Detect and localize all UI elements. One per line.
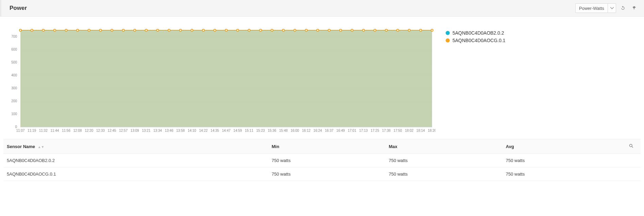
chart-marker xyxy=(248,29,250,31)
svg-text:14:35: 14:35 xyxy=(211,129,219,132)
chart-marker xyxy=(156,29,159,31)
svg-text:400: 400 xyxy=(11,73,17,77)
svg-text:14:47: 14:47 xyxy=(222,129,230,132)
svg-text:100: 100 xyxy=(11,112,17,116)
search-icon xyxy=(629,143,634,148)
metric-dropdown[interactable]: Power-Watts xyxy=(575,3,616,13)
legend-swatch xyxy=(446,31,450,35)
table-row: 5AQNB0C4D0AOB2.0.2750 watts750 watts750 … xyxy=(3,154,641,167)
svg-text:700: 700 xyxy=(11,35,17,38)
svg-text:15:36: 15:36 xyxy=(268,129,276,132)
svg-text:11:32: 11:32 xyxy=(39,129,48,132)
table-header-row: Sensor Name ▲▼ Min Max Avg xyxy=(3,139,641,154)
col-sensor-name[interactable]: Sensor Name ▲▼ xyxy=(3,139,269,154)
svg-text:12:45: 12:45 xyxy=(108,129,116,132)
svg-text:17:50: 17:50 xyxy=(394,129,402,132)
table-cell: 5AQNB0C4D0AOB2.0.2 xyxy=(3,154,269,167)
chart-marker xyxy=(294,29,296,31)
chart-marker xyxy=(122,29,125,31)
chart-marker xyxy=(374,29,376,31)
legend-item[interactable]: 5AQNB0C4D0AOCG.0.1 xyxy=(446,38,506,43)
chart-marker xyxy=(305,29,307,31)
svg-text:18:02: 18:02 xyxy=(405,129,413,132)
chart-marker xyxy=(65,29,67,31)
svg-text:12:57: 12:57 xyxy=(119,129,128,132)
svg-text:16:24: 16:24 xyxy=(313,129,322,132)
table-row: 5AQNB0C4D0AOCG.0.1750 watts750 watts750 … xyxy=(3,167,641,181)
chart-container: 010020030040050060070011:0711:1911:3211:… xyxy=(3,27,435,136)
svg-text:11:07: 11:07 xyxy=(16,129,24,132)
table-cell: 750 watts xyxy=(386,167,503,181)
dropdown-selected-label: Power-Watts xyxy=(576,4,608,13)
chart-marker xyxy=(317,29,319,31)
chart-marker xyxy=(191,29,193,31)
chart-marker xyxy=(99,29,101,31)
legend-swatch xyxy=(446,38,450,42)
svg-line-55 xyxy=(632,146,633,147)
chart-marker xyxy=(408,29,410,31)
chart-marker xyxy=(225,29,227,31)
chart-marker xyxy=(328,29,330,31)
panel-header: Power Power-Watts xyxy=(0,0,644,17)
svg-text:15:23: 15:23 xyxy=(256,129,265,132)
svg-text:11:44: 11:44 xyxy=(50,129,59,132)
chart-marker xyxy=(260,29,262,31)
svg-text:17:01: 17:01 xyxy=(348,129,356,132)
svg-text:15:48: 15:48 xyxy=(279,129,288,132)
table-cell: 5AQNB0C4D0AOCG.0.1 xyxy=(3,167,269,181)
svg-text:16:00: 16:00 xyxy=(291,129,299,132)
svg-text:13:46: 13:46 xyxy=(165,129,173,132)
col-min[interactable]: Min xyxy=(269,139,386,154)
svg-text:16:49: 16:49 xyxy=(336,129,345,132)
legend-label: 5AQNB0C4D0AOCG.0.1 xyxy=(452,38,506,43)
chart-marker xyxy=(202,29,204,31)
caret-down-icon xyxy=(608,4,616,13)
svg-text:13:21: 13:21 xyxy=(142,129,150,132)
chart-marker xyxy=(362,29,364,31)
chart-marker xyxy=(77,29,79,31)
chart-marker xyxy=(282,29,284,31)
svg-text:12:33: 12:33 xyxy=(96,129,105,132)
sensor-table-wrap: Sensor Name ▲▼ Min Max Avg 5AQNB0C4D0AOB… xyxy=(0,139,644,181)
chart-marker xyxy=(237,29,239,31)
chart-marker xyxy=(145,29,147,31)
svg-text:12:08: 12:08 xyxy=(73,129,82,132)
table-cell: 750 watts xyxy=(503,167,620,181)
col-avg[interactable]: Avg xyxy=(503,139,620,154)
table-search-button[interactable] xyxy=(620,139,641,154)
chart-marker xyxy=(134,29,136,31)
chart-marker xyxy=(42,29,44,31)
svg-text:17:38: 17:38 xyxy=(382,129,391,132)
svg-text:0: 0 xyxy=(15,125,17,129)
header-tools: Power-Watts xyxy=(575,3,638,13)
refresh-button[interactable] xyxy=(619,4,627,12)
table-cell: 750 watts xyxy=(269,154,386,167)
svg-text:16:37: 16:37 xyxy=(325,129,333,132)
chart-marker xyxy=(180,29,182,31)
svg-text:13:34: 13:34 xyxy=(153,129,162,132)
svg-text:14:22: 14:22 xyxy=(199,129,208,132)
pin-button[interactable] xyxy=(630,4,638,12)
sort-icon: ▲▼ xyxy=(38,145,45,149)
svg-text:12:20: 12:20 xyxy=(85,129,93,132)
svg-text:200: 200 xyxy=(11,99,17,103)
svg-text:11:19: 11:19 xyxy=(28,129,36,132)
svg-text:14:59: 14:59 xyxy=(233,129,242,132)
chart-marker xyxy=(111,29,113,31)
chart-marker xyxy=(385,29,387,31)
svg-text:13:09: 13:09 xyxy=(131,129,139,132)
svg-text:18:26: 18:26 xyxy=(428,129,435,132)
page-title: Power xyxy=(10,5,27,12)
col-max[interactable]: Max xyxy=(386,139,503,154)
legend-item[interactable]: 5AQNB0C4D0AOB2.0.2 xyxy=(446,30,506,36)
chart-marker xyxy=(431,29,433,31)
table-cell: 750 watts xyxy=(269,167,386,181)
svg-point-54 xyxy=(630,144,632,147)
chart-marker xyxy=(88,29,90,31)
svg-text:500: 500 xyxy=(11,60,17,64)
svg-text:15:11: 15:11 xyxy=(245,129,253,132)
chart-marker xyxy=(351,29,353,31)
chart-marker xyxy=(214,29,216,31)
table-cell: 750 watts xyxy=(386,154,503,167)
chart-legend: 5AQNB0C4D0AOB2.0.25AQNB0C4D0AOCG.0.1 xyxy=(446,30,506,45)
